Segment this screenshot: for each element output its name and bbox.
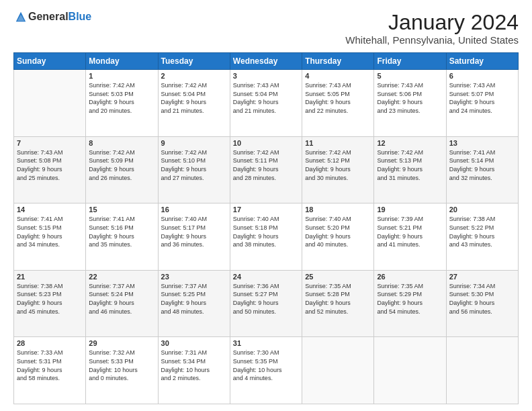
day-number: 24	[233, 273, 299, 281]
day-info: Sunrise: 7:31 AM Sunset: 5:34 PM Dayligh…	[161, 349, 227, 382]
day-info: Sunrise: 7:32 AM Sunset: 5:33 PM Dayligh…	[89, 349, 154, 382]
day-number: 27	[449, 273, 515, 281]
day-number: 13	[449, 139, 515, 147]
calendar-cell: 16Sunrise: 7:40 AM Sunset: 5:17 PM Dayli…	[158, 203, 230, 271]
calendar-cell: 7Sunrise: 7:43 AM Sunset: 5:08 PM Daylig…	[14, 136, 86, 203]
day-info: Sunrise: 7:37 AM Sunset: 5:24 PM Dayligh…	[89, 282, 154, 316]
day-number: 12	[377, 139, 443, 147]
day-number: 19	[377, 205, 443, 214]
title-block: January 2024 Whitehall, Pennsylvania, Un…	[345, 11, 519, 46]
calendar-cell: 2Sunrise: 7:42 AM Sunset: 5:04 PM Daylig…	[158, 70, 230, 137]
weekday-header-thursday: Thursday	[302, 53, 374, 70]
location: Whitehall, Pennsylvania, United States	[345, 34, 519, 46]
calendar-cell: 4Sunrise: 7:43 AM Sunset: 5:05 PM Daylig…	[302, 70, 374, 137]
day-number: 22	[89, 273, 154, 281]
day-number: 7	[17, 139, 83, 147]
day-number: 4	[305, 72, 371, 80]
week-row-5: 28Sunrise: 7:33 AM Sunset: 5:31 PM Dayli…	[14, 337, 519, 404]
week-row-4: 21Sunrise: 7:38 AM Sunset: 5:23 PM Dayli…	[14, 270, 519, 337]
day-number: 18	[305, 205, 371, 214]
calendar-cell: 6Sunrise: 7:43 AM Sunset: 5:07 PM Daylig…	[446, 70, 518, 137]
calendar-cell	[302, 337, 374, 404]
page: GeneralBlue January 2024 Whitehall, Penn…	[0, 0, 532, 411]
day-number: 31	[233, 339, 299, 347]
calendar-cell: 27Sunrise: 7:34 AM Sunset: 5:30 PM Dayli…	[446, 270, 518, 337]
month-title: January 2024	[345, 11, 519, 34]
day-number: 15	[89, 205, 154, 214]
day-info: Sunrise: 7:42 AM Sunset: 5:10 PM Dayligh…	[161, 148, 227, 182]
calendar-cell: 19Sunrise: 7:39 AM Sunset: 5:21 PM Dayli…	[374, 203, 446, 271]
logo: GeneralBlue	[13, 11, 91, 23]
day-number: 10	[233, 139, 299, 147]
day-info: Sunrise: 7:42 AM Sunset: 5:13 PM Dayligh…	[377, 148, 443, 182]
weekday-header-sunday: Sunday	[14, 53, 86, 70]
day-info: Sunrise: 7:30 AM Sunset: 5:35 PM Dayligh…	[233, 349, 299, 382]
calendar-cell: 23Sunrise: 7:37 AM Sunset: 5:25 PM Dayli…	[158, 270, 230, 337]
day-number: 6	[449, 72, 515, 80]
calendar-cell	[446, 337, 518, 404]
calendar-cell: 20Sunrise: 7:38 AM Sunset: 5:22 PM Dayli…	[446, 203, 518, 271]
day-number: 2	[161, 72, 227, 80]
day-info: Sunrise: 7:40 AM Sunset: 5:18 PM Dayligh…	[233, 215, 299, 248]
day-info: Sunrise: 7:43 AM Sunset: 5:07 PM Dayligh…	[449, 81, 515, 115]
day-info: Sunrise: 7:41 AM Sunset: 5:15 PM Dayligh…	[17, 215, 83, 248]
day-info: Sunrise: 7:42 AM Sunset: 5:04 PM Dayligh…	[161, 81, 227, 115]
calendar-cell: 5Sunrise: 7:43 AM Sunset: 5:06 PM Daylig…	[374, 70, 446, 137]
weekday-header-saturday: Saturday	[446, 53, 518, 70]
day-info: Sunrise: 7:35 AM Sunset: 5:28 PM Dayligh…	[305, 282, 371, 316]
day-number: 26	[377, 273, 443, 281]
day-number: 29	[89, 339, 154, 347]
calendar-cell: 13Sunrise: 7:41 AM Sunset: 5:14 PM Dayli…	[446, 136, 518, 203]
day-info: Sunrise: 7:43 AM Sunset: 5:08 PM Dayligh…	[17, 148, 83, 182]
day-info: Sunrise: 7:42 AM Sunset: 5:12 PM Dayligh…	[305, 148, 371, 182]
day-number: 20	[449, 205, 515, 214]
logo-blue: Blue	[69, 11, 92, 22]
calendar-cell: 22Sunrise: 7:37 AM Sunset: 5:24 PM Dayli…	[86, 270, 158, 337]
day-number: 3	[233, 72, 299, 80]
day-info: Sunrise: 7:42 AM Sunset: 5:11 PM Dayligh…	[233, 148, 299, 182]
day-number: 9	[161, 139, 227, 147]
day-info: Sunrise: 7:43 AM Sunset: 5:05 PM Dayligh…	[305, 81, 371, 115]
calendar-cell: 14Sunrise: 7:41 AM Sunset: 5:15 PM Dayli…	[14, 203, 86, 271]
calendar-cell: 25Sunrise: 7:35 AM Sunset: 5:28 PM Dayli…	[302, 270, 374, 337]
day-number: 17	[233, 205, 299, 214]
day-number: 16	[161, 205, 227, 214]
day-info: Sunrise: 7:42 AM Sunset: 5:09 PM Dayligh…	[89, 148, 154, 182]
calendar-cell: 31Sunrise: 7:30 AM Sunset: 5:35 PM Dayli…	[230, 337, 302, 404]
calendar-cell: 12Sunrise: 7:42 AM Sunset: 5:13 PM Dayli…	[374, 136, 446, 203]
weekday-header-row: SundayMondayTuesdayWednesdayThursdayFrid…	[14, 53, 519, 70]
week-row-3: 14Sunrise: 7:41 AM Sunset: 5:15 PM Dayli…	[14, 203, 519, 271]
weekday-header-tuesday: Tuesday	[158, 53, 230, 70]
day-number: 5	[377, 72, 443, 80]
day-number: 14	[17, 205, 83, 214]
calendar-cell: 9Sunrise: 7:42 AM Sunset: 5:10 PM Daylig…	[158, 136, 230, 203]
weekday-header-friday: Friday	[374, 53, 446, 70]
day-info: Sunrise: 7:39 AM Sunset: 5:21 PM Dayligh…	[377, 215, 443, 248]
calendar-cell: 15Sunrise: 7:41 AM Sunset: 5:16 PM Dayli…	[86, 203, 158, 271]
week-row-2: 7Sunrise: 7:43 AM Sunset: 5:08 PM Daylig…	[14, 136, 519, 203]
day-info: Sunrise: 7:35 AM Sunset: 5:29 PM Dayligh…	[377, 282, 443, 316]
calendar-cell: 11Sunrise: 7:42 AM Sunset: 5:12 PM Dayli…	[302, 136, 374, 203]
day-number: 8	[89, 139, 154, 147]
logo-general: General	[28, 11, 69, 22]
calendar-table: SundayMondayTuesdayWednesdayThursdayFrid…	[13, 52, 519, 404]
calendar-cell: 8Sunrise: 7:42 AM Sunset: 5:09 PM Daylig…	[86, 136, 158, 203]
calendar-cell: 21Sunrise: 7:38 AM Sunset: 5:23 PM Dayli…	[14, 270, 86, 337]
calendar-cell: 24Sunrise: 7:36 AM Sunset: 5:27 PM Dayli…	[230, 270, 302, 337]
calendar-cell: 3Sunrise: 7:43 AM Sunset: 5:04 PM Daylig…	[230, 70, 302, 137]
calendar-cell: 30Sunrise: 7:31 AM Sunset: 5:34 PM Dayli…	[158, 337, 230, 404]
day-info: Sunrise: 7:37 AM Sunset: 5:25 PM Dayligh…	[161, 282, 227, 316]
logo-icon	[15, 11, 27, 23]
weekday-header-monday: Monday	[86, 53, 158, 70]
day-number: 25	[305, 273, 371, 281]
day-info: Sunrise: 7:34 AM Sunset: 5:30 PM Dayligh…	[449, 282, 515, 316]
day-info: Sunrise: 7:40 AM Sunset: 5:17 PM Dayligh…	[161, 215, 227, 248]
calendar-cell: 18Sunrise: 7:40 AM Sunset: 5:20 PM Dayli…	[302, 203, 374, 271]
day-info: Sunrise: 7:33 AM Sunset: 5:31 PM Dayligh…	[17, 349, 83, 382]
calendar-cell: 17Sunrise: 7:40 AM Sunset: 5:18 PM Dayli…	[230, 203, 302, 271]
calendar-cell: 26Sunrise: 7:35 AM Sunset: 5:29 PM Dayli…	[374, 270, 446, 337]
day-number: 23	[161, 273, 227, 281]
calendar-cell: 10Sunrise: 7:42 AM Sunset: 5:11 PM Dayli…	[230, 136, 302, 203]
calendar-cell: 29Sunrise: 7:32 AM Sunset: 5:33 PM Dayli…	[86, 337, 158, 404]
day-number: 1	[89, 72, 154, 80]
